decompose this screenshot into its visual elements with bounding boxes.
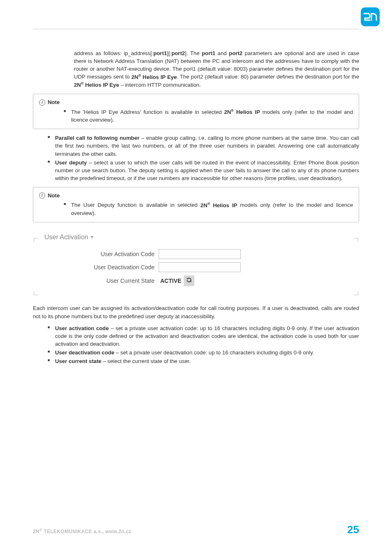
text-bold: port2 bbox=[171, 50, 185, 56]
text-bold: Helios IP Eye bbox=[141, 74, 177, 80]
brand-logo bbox=[361, 7, 380, 26]
note-item: The User Deputy function is available in… bbox=[64, 201, 353, 217]
corner-decoration bbox=[354, 291, 358, 295]
note-item: The 'Helios IP Eye Address' function is … bbox=[64, 108, 353, 124]
text-bold: User activation code bbox=[55, 325, 109, 331]
text: and bbox=[215, 50, 229, 56]
registered-mark: ® bbox=[39, 528, 42, 532]
text: – select the current state of the user. bbox=[101, 358, 191, 364]
info-icon: i bbox=[39, 192, 45, 199]
text: – set a private user deactivation code: … bbox=[114, 349, 314, 356]
registered-mark: ® bbox=[231, 109, 234, 113]
text: – select a user to which the user calls … bbox=[55, 160, 359, 181]
corner-decoration bbox=[354, 238, 358, 242]
note-box-2: i Note The User Deputy function is avail… bbox=[33, 187, 359, 222]
text: The 'Helios IP Eye Address' function is … bbox=[71, 109, 224, 115]
text-bold: User current state bbox=[55, 358, 101, 364]
paragraph: Each intercom user can be assigned its a… bbox=[33, 304, 359, 320]
text: ][: bbox=[167, 50, 171, 56]
list-item: User activation code – set a private use… bbox=[48, 324, 359, 348]
list-item: User deactivation code – set a private u… bbox=[48, 349, 359, 356]
user-activation-panel: User Activation ▾ User Activation Code U… bbox=[33, 232, 359, 296]
panel-legend[interactable]: User Activation ▾ bbox=[42, 232, 96, 242]
note-heading: i Note bbox=[39, 98, 353, 106]
info-icon: i bbox=[39, 99, 45, 106]
current-state-row: User Current State ACTIVE bbox=[44, 275, 348, 286]
activation-code-input[interactable] bbox=[159, 249, 241, 259]
text-bold: 2N bbox=[201, 202, 208, 208]
text: ]. The bbox=[185, 50, 202, 56]
text-bold: 2N bbox=[131, 74, 138, 80]
text-bold: Helios IP bbox=[210, 202, 237, 208]
text: . The port2 (default value: 80) paramete… bbox=[177, 74, 359, 80]
current-state-value: ACTIVE bbox=[159, 277, 181, 285]
note-box-1: i Note The 'Helios IP Eye Address' funct… bbox=[33, 94, 359, 129]
text-bold: 2N bbox=[224, 109, 231, 115]
text-bold: Helios IP bbox=[234, 109, 260, 115]
address-paragraph: address as follows: ip_address[:port1][:… bbox=[74, 49, 359, 89]
text-bold: port1 bbox=[202, 50, 215, 56]
text-bold: User deputy bbox=[55, 160, 87, 166]
text-bold: 2N bbox=[74, 82, 81, 88]
activation-code-label: User Activation Code bbox=[44, 250, 159, 258]
corner-decoration bbox=[34, 238, 38, 242]
text-bold: Helios IP Eye bbox=[84, 82, 119, 88]
activation-code-row: User Activation Code bbox=[44, 249, 348, 259]
list-item: User current state – select the current … bbox=[48, 357, 359, 365]
toggle-state-icon[interactable] bbox=[184, 275, 194, 286]
list-item: Parallel call to following number – enab… bbox=[48, 134, 359, 157]
registered-mark: ® bbox=[81, 81, 84, 86]
footer-company: 2N® TELEKOMUNIKACE a.s., www.2n.cz bbox=[33, 528, 131, 534]
text: – intercom HTTP communication. bbox=[119, 82, 201, 88]
text: address as follows: ip_address[: bbox=[74, 50, 153, 56]
page-number: 25 bbox=[347, 523, 359, 536]
note-title: Note bbox=[48, 192, 60, 199]
chevron-down-icon: ▾ bbox=[91, 234, 93, 240]
current-state-label: User Current State bbox=[44, 277, 159, 285]
deactivation-code-row: User Deactivation Code bbox=[44, 262, 348, 272]
corner-decoration bbox=[34, 291, 38, 295]
deactivation-code-input[interactable] bbox=[159, 262, 241, 272]
text-bold: Parallel call to following number bbox=[55, 135, 139, 141]
text: TELEKOMUNIKACE a.s., www.2n.cz bbox=[42, 529, 131, 534]
panel-title: User Activation bbox=[44, 232, 88, 242]
header-divider bbox=[33, 29, 359, 29]
text-bold: port1 bbox=[153, 50, 167, 56]
text-bold: port2 bbox=[229, 50, 242, 56]
text: 2N bbox=[33, 529, 39, 534]
text: The User Deputy function is available in… bbox=[71, 202, 201, 208]
deactivation-code-label: User Deactivation Code bbox=[44, 263, 159, 271]
list-item: User deputy – select a user to which the… bbox=[48, 159, 359, 182]
text-bold: User deactivation code bbox=[55, 349, 114, 356]
note-heading: i Note bbox=[39, 192, 353, 199]
note-title: Note bbox=[48, 98, 60, 106]
